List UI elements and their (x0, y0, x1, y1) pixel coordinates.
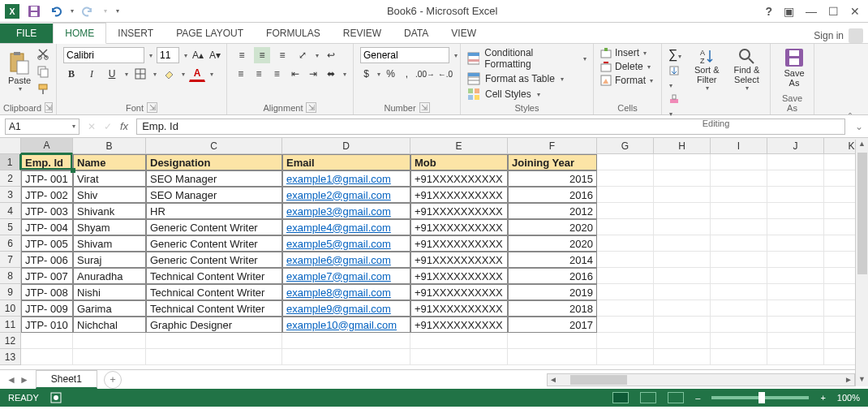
cell[interactable]: JTP- 002 (21, 187, 73, 203)
name-box[interactable]: A1▾ (5, 119, 79, 135)
cell[interactable]: +91XXXXXXXXXX (410, 300, 508, 317)
cell[interactable] (767, 203, 824, 219)
cell[interactable]: +91XXXXXXXXXX (410, 268, 508, 284)
cell[interactable] (410, 333, 508, 349)
cell[interactable] (711, 300, 767, 317)
increase-indent-icon[interactable]: ⇥ (306, 66, 320, 82)
bold-button[interactable]: B (63, 66, 79, 82)
decrease-font-icon[interactable]: A▾ (208, 47, 221, 63)
cell[interactable] (654, 187, 711, 203)
row-header[interactable]: 8 (0, 268, 21, 284)
tab-view[interactable]: VIEW (440, 24, 488, 43)
undo-icon[interactable] (49, 5, 62, 18)
row-header[interactable]: 9 (0, 284, 21, 300)
cell[interactable]: Designation (146, 154, 282, 170)
cell[interactable]: +91XXXXXXXXXX (410, 170, 508, 187)
save-as-button[interactable]: Save As (777, 47, 811, 88)
cell[interactable]: JTP- 003 (21, 203, 73, 219)
format-painter-icon[interactable] (37, 83, 49, 96)
row-header[interactable]: 4 (0, 203, 21, 219)
insert-cells-button[interactable]: Insert▾ (600, 47, 655, 58)
cell[interactable]: 2017 (508, 317, 597, 333)
autosum-icon[interactable]: ∑▾ (668, 47, 684, 62)
cell[interactable]: Shiv (73, 187, 146, 203)
cell[interactable] (21, 349, 73, 365)
align-left-icon[interactable]: ≡ (234, 66, 247, 82)
column-header[interactable]: A (21, 138, 73, 154)
cell[interactable] (597, 203, 654, 219)
cell[interactable]: Anuradha (73, 268, 146, 284)
expand-formula-bar-icon[interactable]: ⌄ (850, 121, 868, 132)
italic-button[interactable]: I (84, 66, 100, 82)
cell[interactable]: Suraj (73, 252, 146, 268)
align-right-icon[interactable]: ≡ (270, 66, 284, 82)
zoom-out-button[interactable]: – (695, 393, 700, 403)
fill-color-dropdown[interactable]: ▾ (182, 71, 185, 78)
cell[interactable] (146, 333, 282, 349)
cancel-formula-icon[interactable]: ✕ (88, 121, 96, 132)
cell[interactable] (711, 203, 767, 219)
cell[interactable]: Virat (73, 170, 146, 187)
cell[interactable] (282, 349, 410, 365)
zoom-in-button[interactable]: + (820, 393, 825, 403)
cell[interactable]: Garima (73, 300, 146, 317)
cell[interactable]: 2018 (508, 300, 597, 317)
fx-icon[interactable]: fx (120, 120, 128, 132)
cell[interactable] (597, 333, 654, 349)
formula-input[interactable]: Emp. Id (136, 119, 845, 135)
format-cells-button[interactable]: Format▾ (600, 75, 655, 86)
cell[interactable] (597, 300, 654, 317)
normal-view-icon[interactable] (612, 392, 629, 403)
copy-icon[interactable] (37, 65, 49, 78)
cell[interactable] (597, 187, 654, 203)
cell[interactable]: Joining Year (508, 154, 597, 170)
cell[interactable]: Mob (410, 154, 508, 170)
cell[interactable]: example6@gmail.com (282, 252, 410, 268)
cell[interactable] (597, 268, 654, 284)
cell[interactable] (767, 235, 824, 252)
cell[interactable] (73, 333, 146, 349)
row-header[interactable]: 5 (0, 219, 21, 235)
zoom-level[interactable]: 100% (837, 393, 860, 403)
cell[interactable] (597, 317, 654, 333)
cell[interactable] (654, 170, 711, 187)
row-header[interactable]: 6 (0, 235, 21, 252)
cell[interactable]: SEO Manager (146, 170, 282, 187)
clipboard-dialog-launcher[interactable]: ⇲ (45, 102, 53, 113)
cell[interactable]: Email (282, 154, 410, 170)
collapse-ribbon-icon[interactable]: ˆ (849, 112, 852, 123)
increase-font-icon[interactable]: A▴ (191, 47, 204, 63)
cell[interactable]: Technical Content Writer (146, 284, 282, 300)
delete-cells-button[interactable]: Delete▾ (600, 61, 655, 72)
help-icon[interactable]: ? (765, 5, 772, 18)
borders-button[interactable] (132, 66, 148, 82)
select-all-corner[interactable] (0, 138, 21, 154)
cell[interactable] (711, 235, 767, 252)
cell[interactable]: JTP- 007 (21, 268, 73, 284)
format-as-table-button[interactable]: Format as Table▾ (467, 72, 587, 85)
column-header[interactable]: H (654, 138, 711, 154)
merge-dropdown[interactable]: ▾ (343, 71, 346, 78)
font-family-combo[interactable] (63, 47, 144, 63)
cell[interactable] (767, 252, 824, 268)
cell[interactable]: example7@gmail.com (282, 268, 410, 284)
number-dialog-launcher[interactable]: ⇲ (419, 102, 430, 113)
wrap-text-icon[interactable]: ↩ (323, 47, 339, 63)
cell[interactable]: Technical Content Writer (146, 268, 282, 284)
cell-styles-button[interactable]: Cell Styles▾ (467, 88, 587, 101)
row-header[interactable]: 13 (0, 349, 21, 365)
cell[interactable] (654, 154, 711, 170)
cell[interactable] (597, 284, 654, 300)
column-header[interactable]: I (711, 138, 767, 154)
cell[interactable] (410, 349, 508, 365)
align-middle-icon[interactable]: ≡ (254, 47, 270, 63)
cell[interactable] (767, 154, 824, 170)
sign-in[interactable]: Sign in (814, 28, 868, 43)
font-size-dropdown[interactable]: ▾ (184, 52, 187, 59)
cell[interactable]: JTP- 010 (21, 317, 73, 333)
cell[interactable] (711, 349, 767, 365)
clear-icon[interactable]: ▾ (668, 93, 684, 119)
row-header[interactable]: 10 (0, 300, 21, 317)
underline-dropdown[interactable]: ▾ (125, 71, 128, 78)
cell[interactable]: JTP- 001 (21, 170, 73, 187)
